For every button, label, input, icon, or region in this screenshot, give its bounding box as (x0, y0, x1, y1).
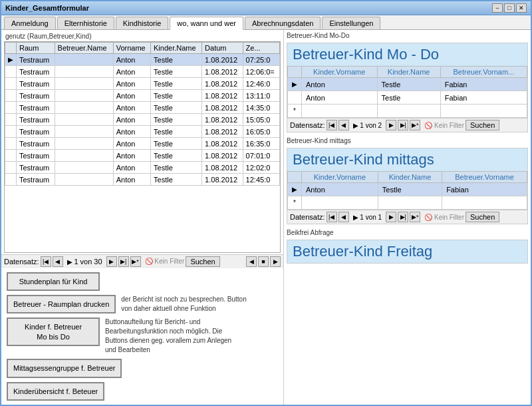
tab-kindhistorie[interactable]: Kindhistorie (116, 17, 168, 29)
btn-row-1: Stundenplan für Kind (7, 272, 278, 291)
table-row[interactable]: Testraum Anton Testle 1.08.2012 14:35:0 (5, 102, 280, 114)
mittags-nav-first[interactable]: |◀ (327, 212, 337, 222)
scroll-left-button[interactable]: ◀ (246, 256, 257, 267)
mittags-search-button[interactable]: Suchen (466, 212, 499, 222)
cell-betreuer (442, 196, 527, 210)
nav-prev-button[interactable]: ◀ (53, 256, 63, 267)
mittags-nav-prev[interactable]: ◀ (338, 212, 349, 222)
cell-name: Testle (151, 90, 202, 102)
modo-nav-next[interactable]: ▶ (386, 120, 396, 130)
cell-betreuer (55, 162, 113, 174)
cell-betreuer: Fabian (440, 78, 527, 91)
cell-vorname: Anton (113, 174, 150, 186)
table-row[interactable]: * (288, 196, 527, 210)
nav-next-button[interactable]: ▶ (106, 256, 117, 267)
table-row[interactable]: * (288, 104, 527, 118)
modo-col-vorname: Kinder.Vorname (302, 67, 378, 78)
nav-first-button[interactable]: |◀ (41, 256, 51, 267)
tab-wo-wann-wer[interactable]: wo, wann und wer (170, 17, 243, 30)
cell-vorname: Anton (113, 78, 150, 90)
modo-nav-prev[interactable]: ◀ (338, 120, 349, 130)
mittags-nav-next[interactable]: ▶ (386, 212, 396, 222)
tab-anmeldung[interactable]: Anmeldung (4, 17, 56, 29)
table-row[interactable]: Testraum Anton Testle 1.08.2012 16:35:0 (5, 138, 280, 150)
table-row[interactable]: Anton Testle Fabian (288, 91, 527, 104)
table-row[interactable]: Testraum Anton Testle 1.08.2012 12:06:0= (5, 66, 280, 78)
cell-zeit: 07:01:0 (243, 150, 279, 162)
row-indicator (5, 78, 17, 90)
cell-betreuer (55, 114, 113, 126)
cell-vorname (302, 104, 378, 118)
table-row[interactable]: Testraum Anton Testle 1.08.2012 07:01:0 (5, 150, 280, 162)
cell-raum: Testraum (17, 162, 55, 174)
cell-name: Testle (151, 78, 202, 90)
row-indicator: ▶ (288, 78, 302, 91)
table-row[interactable]: ▶ Anton Testle Fabian (288, 78, 527, 91)
cell-name: Testle (151, 114, 202, 126)
tab-abrechnungsdaten[interactable]: Abrechnungsdaten (245, 17, 321, 29)
cell-vorname: Anton (113, 150, 150, 162)
close-button[interactable]: ✕ (516, 3, 527, 13)
table-row[interactable]: Testraum Anton Testle 1.08.2012 12:45:0 (5, 174, 280, 186)
row-indicator (5, 138, 17, 150)
cell-zeit: 14:35:0 (243, 102, 279, 114)
main-grid-container: Raum Betreuer.Name Vorname Kinder.Name D… (4, 41, 281, 253)
modo-nav-new[interactable]: ▶* (410, 120, 420, 130)
mittags-grid: Kinder.Vorname Kinder.Name Betreuer.Vorn… (287, 171, 527, 210)
table-row[interactable]: Testraum Anton Testle 1.08.2012 13:11:0 (5, 90, 280, 102)
scroll-right-button[interactable]: ▶ (270, 256, 281, 267)
stundenplan-button[interactable]: Stundenplan für Kind (7, 272, 100, 291)
row-indicator (5, 90, 17, 102)
modo-nav-first[interactable]: |◀ (327, 120, 337, 130)
modo-filter-label: 🚫 Kein Filter (424, 122, 464, 129)
cell-vorname: Anton (113, 102, 150, 114)
table-row[interactable]: Testraum Anton Testle 1.08.2012 15:05:0 (5, 114, 280, 126)
row-indicator (5, 114, 17, 126)
cell-vorname: Anton (113, 66, 150, 78)
cell-name: Testle (151, 150, 202, 162)
table-row[interactable]: Testraum Anton Testle 1.08.2012 12:02:0 (5, 162, 280, 174)
cell-name (378, 196, 442, 210)
cell-raum: Testraum (17, 78, 55, 90)
mittags-nav: Datensatz: |◀ ◀ ▶ 1 von 1 ▶ ▶| ▶* 🚫 Kein… (287, 210, 527, 224)
nav-new-button[interactable]: ▶* (130, 256, 141, 267)
cell-betreuer (55, 138, 113, 150)
cell-vorname: Anton (113, 90, 150, 102)
cell-raum: Testraum (17, 90, 55, 102)
modo-nav-last[interactable]: ▶| (398, 120, 408, 130)
mittagsessen-button[interactable]: Mittagsessengruppe f. Betreuer (7, 359, 122, 377)
cell-zeit: 12:06:0= (243, 66, 279, 78)
scroll-mid-button[interactable]: ■ (258, 256, 269, 267)
search-button[interactable]: Suchen (186, 256, 219, 267)
minimize-button[interactable]: − (492, 3, 503, 13)
col-datum: Datum (202, 43, 243, 54)
cell-datum: 1.08.2012 (202, 162, 243, 174)
table-row[interactable]: Testraum Anton Testle 1.08.2012 16:05:0 (5, 126, 280, 138)
cell-betreuer: Fabian (440, 91, 527, 104)
cell-datum: 1.08.2012 (202, 66, 243, 78)
mittags-nav-last[interactable]: ▶| (398, 212, 408, 222)
kinder-betreuer-button[interactable]: Kinder f. Betreuer Mo bis Do (7, 317, 100, 346)
cell-zeit: 16:05:0 (243, 126, 279, 138)
kindersicht-button[interactable]: Kinderübersicht f. Beteuer (7, 382, 104, 401)
modo-header: Betreuer-Kind Mo - Do (287, 43, 527, 66)
maximize-button[interactable]: □ (504, 3, 515, 13)
modo-search-button[interactable]: Suchen (466, 120, 499, 130)
row-indicator: ▶ (288, 183, 302, 196)
mittags-col-name: Kinder.Name (378, 172, 442, 183)
nav-last-button[interactable]: ▶| (118, 256, 129, 267)
mittags-nav-new[interactable]: ▶* (410, 212, 420, 222)
mittags-header: Betreuer-Kind mittags (287, 148, 527, 171)
table-row[interactable]: ▶ Testraum Anton Testle 1.08.2012 07:25:… (5, 54, 280, 66)
btn-row-2: Betreuer - Raumplan drucken der Bericht … (7, 295, 278, 313)
tab-elternhistorie[interactable]: Elternhistorie (57, 17, 114, 29)
raumplan-button[interactable]: Betreuer - Raumplan drucken (7, 295, 116, 313)
table-row[interactable]: Testraum Anton Testle 1.08.2012 12:46:0 (5, 78, 280, 90)
tab-einstellungen[interactable]: Einstellungen (322, 17, 380, 29)
cell-name: Testle (377, 91, 440, 104)
table-row[interactable]: ▶ Anton Testle Fabian (288, 183, 527, 196)
cell-name: Testle (151, 138, 202, 150)
left-section-label: genutz (Raum,Betreuer,Kind) (1, 30, 283, 41)
row-indicator: * (288, 196, 302, 210)
cell-datum: 1.08.2012 (202, 174, 243, 186)
